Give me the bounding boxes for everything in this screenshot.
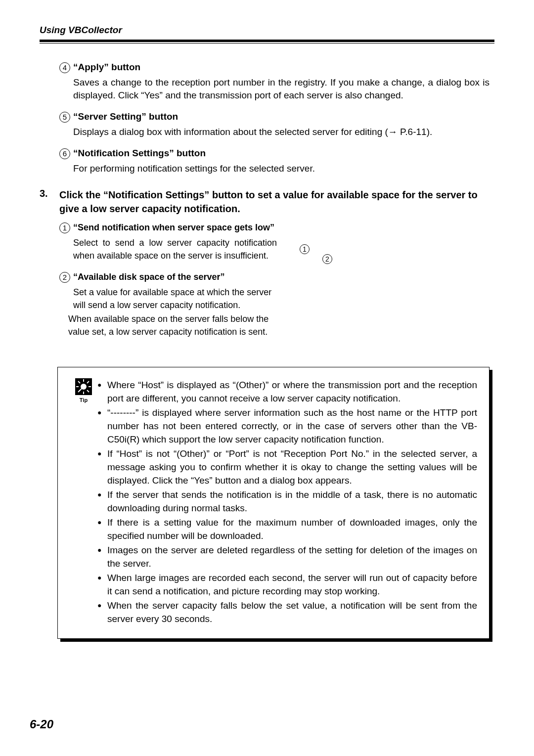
circled-6-icon: 6 (59, 148, 70, 159)
item-server-setting-button: 5 “Server Setting” button Displays a dia… (59, 111, 490, 138)
item-title: “Apply” button (73, 61, 140, 73)
circled-1-icon: 1 (59, 222, 70, 233)
tip-icon (75, 378, 92, 395)
circled-4-icon: 4 (59, 62, 70, 73)
subitem-send-notification: 1 “Send notification when server space g… (59, 222, 277, 262)
list-item: ●“--------” is displayed where server in… (97, 406, 477, 446)
item-title: “Notification Settings” button (73, 147, 206, 159)
item-body: Saves a change to the reception port num… (73, 76, 490, 102)
circled-2-icon: 2 (59, 272, 70, 283)
tip-box: Tip ●Where “Host” is displayed as “(Othe… (57, 367, 490, 639)
header-rule (40, 40, 494, 44)
list-item: ●Where “Host” is displayed as “(Other)” … (97, 378, 477, 405)
subitem-available-disk-space: 2 “Available disk space of the server” S… (59, 271, 277, 338)
list-item: ●If the server that sends the notificati… (97, 488, 477, 515)
list-item: ●If there is a setting value for the max… (97, 516, 477, 542)
page-header: Using VBCollector (40, 25, 494, 36)
subitem-title: “Send notification when server space get… (73, 222, 274, 233)
main-content: 4 “Apply” button Saves a change to the r… (40, 61, 494, 639)
list-item: ●When large images are recorded each sec… (97, 571, 477, 598)
circled-5-icon: 5 (59, 112, 70, 123)
item-title: “Server Setting” button (73, 111, 178, 123)
step-number: 3. (40, 188, 59, 216)
step-title: Click the “Notification Settings” button… (59, 188, 490, 216)
figure-placeholder: 1 2 (285, 222, 490, 347)
item-body: For performing notification settings for… (73, 162, 490, 175)
callout-2-icon: 2 (322, 254, 332, 264)
step-3: 3. Click the “Notification Settings” but… (40, 188, 490, 216)
item-apply-button: 4 “Apply” button Saves a change to the r… (59, 61, 490, 102)
list-item: ●If “Host” is not “(Other)” or “Port” is… (97, 447, 477, 487)
callout-1-icon: 1 (300, 244, 310, 254)
list-item: ●When the server capacity falls below th… (97, 599, 477, 625)
subitem-title: “Available disk space of the server” (73, 271, 224, 283)
subitem-body: Select to send a low server capacity not… (73, 236, 277, 262)
page-number: 6-20 (30, 717, 53, 731)
item-notification-settings-button: 6 “Notification Settings” button For per… (59, 147, 490, 175)
tip-label: Tip (70, 397, 97, 403)
subitem-body: Set a value for available space at which… (73, 286, 277, 311)
subitem-body-extra: When available space on the server falls… (68, 312, 277, 338)
list-item: ●Images on the server are deleted regard… (97, 543, 477, 570)
tip-list: ●Where “Host” is displayed as “(Other)” … (97, 378, 477, 626)
item-body: Displays a dialog box with information a… (73, 126, 490, 138)
